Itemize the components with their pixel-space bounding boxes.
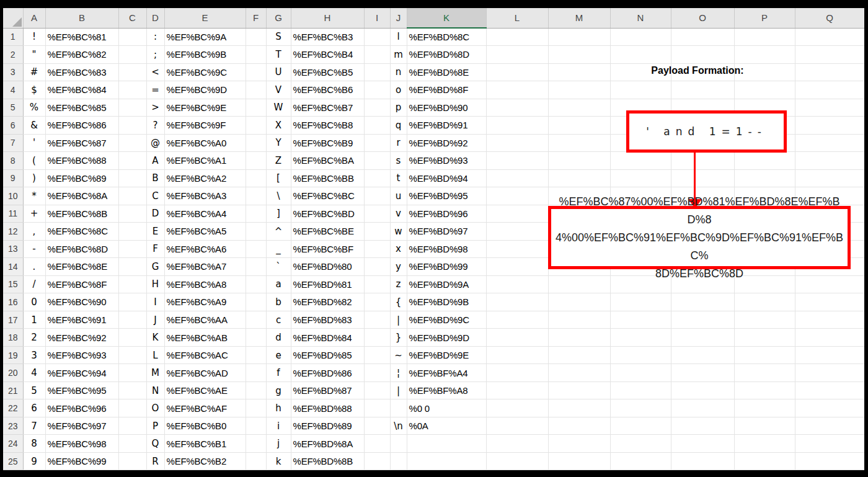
column-header-I[interactable]: I [364, 8, 390, 28]
cell-O18[interactable] [671, 329, 734, 347]
row-header-10[interactable]: 10 [3, 187, 23, 205]
cell-I3[interactable] [364, 63, 390, 81]
cell-A18[interactable]: 2 [23, 329, 45, 347]
column-header-O[interactable]: O [671, 8, 734, 28]
cell-C10[interactable] [118, 187, 146, 205]
column-header-G[interactable]: G [266, 8, 291, 28]
cell-Q16[interactable] [795, 293, 864, 311]
cell-H11[interactable]: %EF%BC%BD [291, 205, 364, 223]
cell-E5[interactable]: %EF%BC%9E [164, 99, 246, 117]
cell-B6[interactable]: %EF%BC%86 [45, 117, 118, 135]
cell-H24[interactable]: %EF%BD%8A [291, 435, 364, 453]
cell-E10[interactable]: %EF%BC%A3 [164, 187, 246, 205]
cell-F12[interactable] [246, 223, 266, 241]
cell-C7[interactable] [118, 134, 146, 152]
cell-J16[interactable]: { [390, 293, 407, 311]
cell-F3[interactable] [246, 63, 266, 81]
cell-N9[interactable] [610, 169, 671, 187]
cell-E13[interactable]: %EF%BC%A6 [164, 240, 246, 258]
cell-F19[interactable] [246, 346, 266, 364]
cell-F2[interactable] [246, 46, 266, 64]
cell-N20[interactable] [610, 364, 671, 382]
cell-A21[interactable]: 5 [23, 381, 45, 399]
cell-H4[interactable]: %EF%BC%B6 [291, 81, 364, 99]
cell-F7[interactable] [246, 134, 266, 152]
cell-D13[interactable]: F [146, 240, 164, 258]
cell-J11[interactable]: v [390, 205, 407, 223]
column-header-H[interactable]: H [291, 8, 364, 28]
cell-I6[interactable] [364, 117, 390, 135]
cell-P21[interactable] [734, 381, 795, 399]
cell-H22[interactable]: %EF%BD%88 [291, 399, 364, 417]
cell-K17[interactable]: %EF%BD%9C [407, 311, 486, 329]
cell-G18[interactable]: d [266, 329, 291, 347]
cell-M25[interactable] [548, 452, 610, 470]
cell-D8[interactable]: A [146, 152, 164, 170]
cell-B1[interactable]: %EF%BC%81 [45, 28, 118, 46]
column-header-E[interactable]: E [164, 8, 246, 28]
cell-G8[interactable]: Z [266, 152, 291, 170]
row-header-12[interactable]: 12 [3, 223, 23, 241]
cell-E21[interactable]: %EF%BC%AE [164, 381, 246, 399]
cell-L5[interactable] [486, 99, 548, 117]
cell-O23[interactable] [671, 417, 734, 435]
cell-K3[interactable]: %EF%BD%8E [407, 63, 486, 81]
cell-A23[interactable]: 7 [23, 417, 45, 435]
cell-D9[interactable]: B [146, 169, 164, 187]
cell-F4[interactable] [246, 81, 266, 99]
cell-L22[interactable] [486, 399, 548, 417]
cell-G5[interactable]: W [266, 99, 291, 117]
cell-E14[interactable]: %EF%BC%A7 [164, 258, 246, 276]
cell-L10[interactable] [486, 187, 548, 205]
cell-J14[interactable]: y [390, 258, 407, 276]
cell-A14[interactable]: . [23, 258, 45, 276]
cell-I1[interactable] [364, 28, 390, 46]
cell-P20[interactable] [734, 364, 795, 382]
cell-N23[interactable] [610, 417, 671, 435]
cell-K24[interactable] [407, 435, 486, 453]
cell-A15[interactable]: / [23, 275, 45, 293]
cell-K5[interactable]: %EF%BD%90 [407, 99, 486, 117]
cell-A5[interactable]: % [23, 99, 45, 117]
column-header-N[interactable]: N [610, 8, 671, 28]
column-header-B[interactable]: B [45, 8, 118, 28]
cell-G19[interactable]: e [266, 346, 291, 364]
cell-D24[interactable]: Q [146, 435, 164, 453]
cell-P16[interactable] [734, 293, 795, 311]
row-header-24[interactable]: 24 [3, 435, 23, 453]
cell-C1[interactable] [118, 28, 146, 46]
row-header-25[interactable]: 25 [3, 452, 23, 470]
cell-F17[interactable] [246, 311, 266, 329]
cell-D7[interactable]: @ [146, 134, 164, 152]
cell-H7[interactable]: %EF%BC%B9 [291, 134, 364, 152]
cell-B7[interactable]: %EF%BC%87 [45, 134, 118, 152]
cell-B9[interactable]: %EF%BC%89 [45, 169, 118, 187]
cell-I20[interactable] [364, 364, 390, 382]
cell-J1[interactable]: l [390, 28, 407, 46]
cell-L14[interactable] [486, 258, 548, 276]
cell-Q22[interactable] [795, 399, 864, 417]
cell-A11[interactable]: + [23, 205, 45, 223]
cell-A24[interactable]: 8 [23, 435, 45, 453]
cell-A20[interactable]: 4 [23, 364, 45, 382]
cell-H15[interactable]: %EF%BD%81 [291, 275, 364, 293]
cell-K20[interactable]: %EF%BF%A4 [407, 364, 486, 382]
cell-N16[interactable] [610, 293, 671, 311]
cell-J25[interactable] [390, 452, 407, 470]
cell-C14[interactable] [118, 258, 146, 276]
cell-C21[interactable] [118, 381, 146, 399]
cell-B18[interactable]: %EF%BC%92 [45, 329, 118, 347]
cell-F1[interactable] [246, 28, 266, 46]
cell-K9[interactable]: %EF%BD%94 [407, 169, 486, 187]
cell-D10[interactable]: C [146, 187, 164, 205]
cell-P22[interactable] [734, 399, 795, 417]
row-header-7[interactable]: 7 [3, 134, 23, 152]
cell-D5[interactable]: > [146, 99, 164, 117]
cell-K2[interactable]: %EF%BD%8D [407, 46, 486, 64]
cell-G4[interactable]: V [266, 81, 291, 99]
cell-I17[interactable] [364, 311, 390, 329]
cell-Q8[interactable] [795, 152, 864, 170]
row-header-21[interactable]: 21 [3, 381, 23, 399]
cell-D21[interactable]: N [146, 381, 164, 399]
cell-C20[interactable] [118, 364, 146, 382]
